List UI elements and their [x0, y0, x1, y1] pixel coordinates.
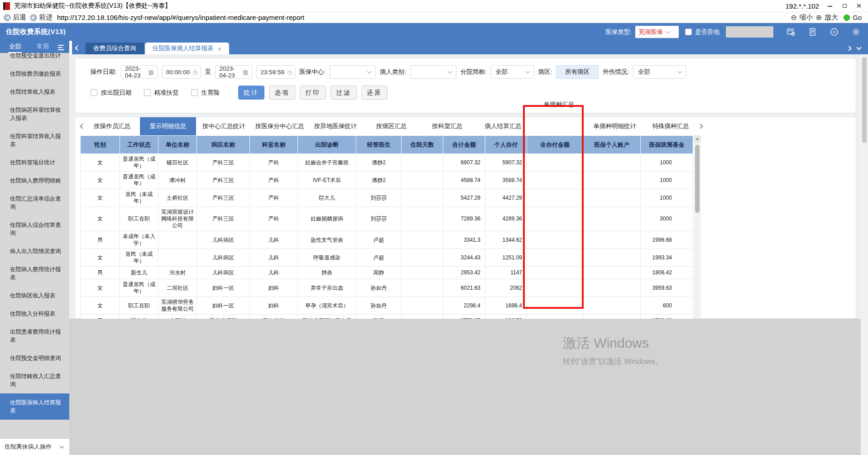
report-subtab[interactable]: 按操作员汇总 [84, 117, 140, 135]
sidebar-item[interactable]: 住院科室结算收入报表 [0, 127, 69, 153]
report-subtab[interactable]: 按病区汇总 [364, 117, 419, 135]
sidebar-item[interactable]: 住院医保病人结算报表 [0, 393, 69, 420]
medicare-card-icon[interactable] [786, 27, 796, 37]
end-date-input[interactable]: 2023-04-23 ▦ [215, 65, 252, 79]
close-icon[interactable]: × [218, 45, 222, 53]
vertical-scrollbar[interactable]: ▲ ▼ [694, 135, 701, 340]
back-label[interactable]: 后退 [13, 13, 26, 22]
document-tab[interactable]: 住院医保病人结算报表× [145, 43, 230, 54]
scroll-up-icon[interactable]: ▲ [694, 135, 701, 142]
sidebar-item[interactable]: 住院结算收入报表 [0, 83, 69, 101]
page-scroll-thumb[interactable] [862, 57, 867, 143]
insurance-type-select[interactable]: 芜湖医保 [635, 26, 679, 38]
sidebar-item[interactable]: 住院预交金退出统计 [0, 53, 69, 65]
menu-collapse-icon[interactable] [58, 45, 64, 50]
start-date-input[interactable]: 2023-04-23 ▦ [121, 65, 158, 79]
back-button[interactable]: ◀ [4, 14, 11, 21]
column-header[interactable]: 工作状态 [120, 136, 158, 154]
table-row[interactable]: 女普通居民（成年）二坝社区妇科一区妇科异常子宫出血孙如丹6021.6320623… [81, 279, 693, 297]
start-time-input[interactable]: 00:00:00 ◷ [162, 65, 201, 79]
sidebar-tab-common[interactable]: 常用 [36, 43, 50, 53]
toolbar-button[interactable]: 选项 [269, 86, 295, 100]
checkbox-box-icon[interactable] [144, 89, 151, 96]
zoom-out-label[interactable]: 缩小 [800, 13, 813, 22]
column-header[interactable]: 医保个人账户 [583, 136, 641, 154]
report-subtab[interactable]: 病人结算汇总 [475, 117, 531, 135]
toolbar-button[interactable]: 过滤 [331, 86, 357, 100]
column-header[interactable]: 科室名称 [250, 136, 298, 154]
toolbar-button[interactable]: 还原 [361, 86, 388, 100]
injury-select[interactable]: 全部 [633, 65, 686, 79]
forward-label[interactable]: 前进 [39, 13, 53, 22]
column-header[interactable]: 合计金额 [443, 136, 485, 154]
chevron-down-icon[interactable] [856, 45, 861, 50]
url-input[interactable]: http://172.20.18.106/his-zysf-new/app/#/… [57, 14, 304, 21]
forward-button[interactable]: ▶ [30, 14, 37, 21]
column-header[interactable]: 单位名称 [158, 136, 197, 154]
minimize-button[interactable] [826, 2, 834, 10]
page-scrollbar[interactable] [861, 54, 868, 455]
remote-checkbox[interactable] [685, 29, 692, 35]
column-header[interactable]: 全自付金额 [527, 136, 583, 154]
report-subtab[interactable]: 按科室汇总 [419, 117, 475, 135]
sidebar-item[interactable]: 住院预交金明细查询 [0, 349, 69, 367]
settings-gear-icon[interactable] [851, 27, 861, 37]
filter-checkbox[interactable]: 按出院日期 [91, 89, 132, 97]
ward-input[interactable]: 所有病区 [556, 65, 599, 79]
close-button[interactable]: ✕ [855, 2, 863, 10]
sidebar-bottom-group[interactable]: 住院离休病人操作 [0, 438, 69, 455]
filter-checkbox[interactable]: 精准扶贫 [144, 89, 179, 97]
patient-type-select[interactable] [410, 65, 456, 79]
sidebar-item[interactable]: 住院收费员缴款报表 [0, 65, 69, 83]
chevron-right-icon[interactable] [698, 124, 703, 129]
sidebar-item[interactable]: 住院结账收入汇总查询 [0, 367, 69, 393]
go-button[interactable]: Go [853, 14, 862, 21]
sidebar-item[interactable]: 住院汇总清单综合查询 [0, 190, 69, 216]
table-row[interactable]: 男未成年（未入学）儿科病区儿科急性支气管炎卢超3341.31344.621996… [81, 231, 693, 249]
table-row[interactable]: 男新生儿汾水村儿科病区儿科肺炎闻静2953.4211471806.42 [81, 267, 693, 279]
header-input[interactable] [726, 26, 773, 38]
document-tab[interactable]: 收费员综合查询 [86, 43, 144, 54]
table-row[interactable]: 女职工在职芜湖祺华劳务服务有限公司妇科一区妇科早孕（清宫术后）孙如丹2298.4… [81, 297, 693, 315]
zoom-out-icon[interactable]: ⊖ [791, 13, 796, 22]
checkbox-box-icon[interactable] [91, 89, 97, 96]
sidebar-item[interactable]: 在院病人费用统计报表 [0, 260, 69, 287]
sidebar-item[interactable]: 住院病区科室结算收入报表 [0, 101, 69, 127]
report-subtab[interactable]: 显示明细信息 [140, 117, 196, 135]
column-header[interactable]: 性别 [81, 136, 120, 154]
sidebar-item[interactable]: 住院病区收入报表 [0, 287, 69, 305]
sidebar-item[interactable]: 病人出入院情况查询 [0, 242, 69, 260]
report-subtab[interactable]: 按医保分中心汇总 [252, 117, 307, 135]
branch-select[interactable]: 全部 [491, 65, 534, 79]
sidebar-item[interactable]: 住院收入分科报表 [0, 305, 69, 323]
table-row[interactable]: 女普通居民（成年）螺百社区产科三区产科妊娠合并子宫瘢痕潘静26907.32590… [81, 154, 693, 172]
si-circle-icon[interactable]: SI [830, 27, 839, 37]
sidebar-tab-all[interactable]: 全部 [8, 43, 22, 53]
checkbox-box-icon[interactable] [191, 89, 198, 96]
vertical-scroll-thumb[interactable] [695, 145, 700, 213]
column-header[interactable]: 病区名称 [197, 136, 250, 154]
zoom-in-icon[interactable]: ⊕ [816, 13, 822, 22]
column-header[interactable]: 出院诊断 [298, 136, 356, 154]
sidebar-item[interactable]: 住院病人费用明细账 [0, 172, 69, 190]
column-header[interactable]: 医保统筹基金 [641, 136, 693, 154]
report-subtab[interactable]: 按异地医保统计 [307, 117, 363, 135]
table-row[interactable]: 女普通居民（成年）潘冲村产科三区产科IVF-ET术后潘静24588.743588… [81, 172, 693, 189]
filter-checkbox[interactable]: 生育险 [191, 89, 220, 97]
medicare-center-select[interactable] [330, 65, 376, 79]
vertical-scroll-track[interactable] [694, 142, 701, 333]
sidebar-item[interactable]: 出院患者费用统计报表 [0, 323, 69, 349]
column-header[interactable]: 个人自付 [485, 136, 527, 154]
report-subtab[interactable]: 单病种明细统计 [587, 117, 643, 135]
sidebar-item[interactable]: 住院科室项目统计 [0, 153, 69, 172]
table-row[interactable]: 女居民（未成年）儿科病区儿科呼吸道感染卢超3244.431251.091993.… [81, 249, 693, 267]
column-header[interactable]: 住院天数 [402, 136, 443, 154]
maximize-button[interactable] [841, 2, 848, 10]
table-row[interactable]: 女居民（未成年）土桥社区产科三区产科巨大儿刘莎莎5427.294427.2910… [81, 189, 693, 207]
zoom-in-label[interactable]: 放大 [825, 13, 838, 22]
collapse-sidebar-chevron-icon[interactable] [75, 45, 80, 50]
end-time-input[interactable]: 23:59:59 ◷ [256, 65, 295, 79]
report-subtab[interactable]: 按中心汇总统计 [196, 117, 252, 135]
report-subtab[interactable]: 单病种汇总 [531, 96, 587, 114]
sidebar-item[interactable]: 住院病人综合结算查询 [0, 216, 69, 242]
